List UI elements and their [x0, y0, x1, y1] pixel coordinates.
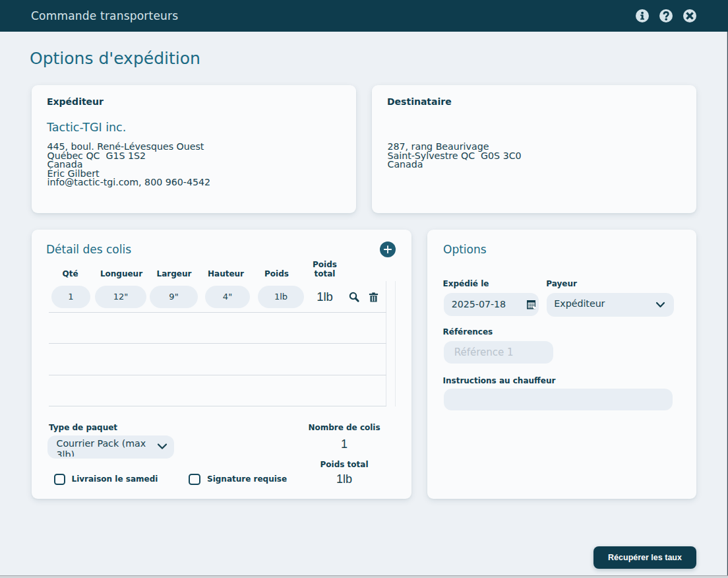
package-type-label: Type de paquet — [49, 423, 117, 432]
recipient-card: Destinataire 287, rang BeaurivageSaint-S… — [372, 85, 696, 213]
shipped-date-label: Expédié le — [443, 279, 489, 288]
packages-card: Détail des colis Qté Longueur Largeur Ha… — [32, 230, 411, 499]
packages-title: Détail des colis — [46, 243, 131, 256]
col-header-height: Hauteur — [208, 269, 244, 278]
window-bottom-edge — [0, 575, 728, 578]
add-package-button[interactable] — [380, 241, 396, 257]
payer-label: Payeur — [546, 279, 577, 288]
package-type-select[interactable]: Courrier Pack (max 3lb) — [47, 435, 174, 459]
options-title: Options — [443, 243, 487, 256]
sender-company: Tactic-TGI inc. — [47, 121, 126, 134]
packages-table: 1lb — [49, 281, 386, 406]
recipient-card-title: Destinataire — [387, 96, 452, 107]
package-count-label: Nombre de colis — [308, 423, 380, 432]
package-count-value: 1 — [341, 437, 348, 451]
saturday-label: Livraison le samedi — [72, 474, 158, 484]
package-row-empty — [49, 375, 386, 407]
trash-icon[interactable] — [368, 292, 379, 303]
instructions-input[interactable] — [444, 389, 673, 410]
col-header-total-line1: Poids — [313, 260, 337, 269]
window-titlebar: Commande transporteurs — [0, 0, 728, 32]
options-card: Options Expédié le 2025-07-18 Payeur Exp… — [427, 230, 696, 499]
search-icon[interactable] — [349, 292, 360, 303]
sender-address: 445, boul. René-Lévesques OuestQuébec QC… — [47, 143, 211, 187]
col-header-total: Poidstotal — [313, 260, 337, 278]
length-input[interactable] — [95, 286, 146, 308]
width-input[interactable] — [150, 286, 198, 308]
col-header-width: Largeur — [157, 269, 192, 278]
sender-card: Expéditeur Tactic-TGI inc. 445, boul. Re… — [32, 85, 356, 213]
window-title: Commande transporteurs — [31, 0, 178, 32]
table-scrollbar[interactable] — [386, 281, 396, 406]
row-total-weight: 1lb — [317, 290, 333, 304]
calendar-icon[interactable] — [527, 300, 536, 309]
weight-input[interactable] — [258, 286, 304, 308]
payer-value: Expéditeur — [554, 298, 605, 309]
total-weight-value: 1lb — [336, 472, 352, 486]
references-label: Références — [443, 327, 493, 337]
total-weight-label: Poids total — [320, 460, 369, 469]
package-row-empty — [49, 313, 386, 344]
recipient-address: 287, rang BeaurivageSaint-Sylvestre QC G… — [388, 143, 522, 170]
reference-input[interactable] — [444, 341, 553, 364]
col-header-weight: Poids — [264, 269, 289, 278]
help-icon[interactable] — [659, 9, 673, 22]
col-header-length: Longueur — [100, 269, 142, 278]
page-title: Options d'expédition — [30, 49, 200, 68]
get-rates-button[interactable]: Récupérer les taux — [593, 546, 696, 569]
package-type-value: Courrier Pack (max 3lb) — [57, 438, 156, 457]
close-icon[interactable] — [683, 9, 696, 22]
signature-checkbox[interactable] — [189, 474, 200, 486]
shipped-date-field[interactable]: 2025-07-18 — [444, 293, 539, 316]
package-row: 1lb — [49, 281, 386, 313]
package-row-empty — [49, 344, 386, 375]
instructions-label: Instructions au chauffeur — [443, 376, 556, 385]
col-header-total-line2: total — [315, 269, 336, 278]
payer-select[interactable]: Expéditeur — [547, 293, 674, 317]
col-header-qty: Qté — [62, 269, 78, 278]
height-input[interactable] — [205, 286, 250, 308]
sender-card-title: Expéditeur — [47, 96, 104, 107]
qty-input[interactable] — [51, 286, 90, 308]
signature-label: Signature requise — [207, 474, 287, 484]
info-icon[interactable] — [636, 9, 649, 22]
shipped-date-value: 2025-07-18 — [452, 299, 506, 309]
saturday-checkbox[interactable] — [54, 474, 66, 486]
